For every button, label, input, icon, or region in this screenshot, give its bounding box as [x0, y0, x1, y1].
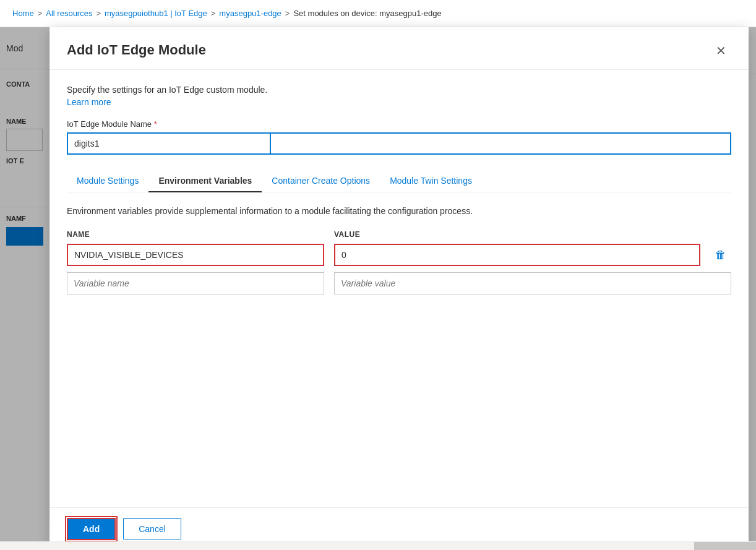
- dialog-body: Specify the settings for an IoT Edge cus…: [49, 70, 749, 507]
- module-name-label: IoT Edge Module Name *: [67, 119, 731, 129]
- breadcrumb-sep-2: >: [96, 9, 101, 18]
- breadcrumb-current: Set modules on device: myasegpu1-edge: [293, 9, 441, 18]
- env-vars-description: Environment variables provide supplement…: [67, 205, 731, 218]
- dialog-close-button[interactable]: ✕: [711, 42, 731, 59]
- env-name-column-header: NAME: [67, 230, 324, 239]
- dialog-title: Add IoT Edge Module: [67, 42, 206, 58]
- breadcrumb-sep-4: >: [285, 9, 290, 18]
- env-delete-button-1[interactable]: 🗑: [710, 246, 731, 264]
- breadcrumb-home[interactable]: Home: [12, 9, 34, 18]
- required-indicator: *: [154, 119, 157, 129]
- env-vars-tab-content: Environment variables provide supplement…: [67, 205, 731, 294]
- delete-icon: 🗑: [715, 249, 726, 262]
- env-value-input-1[interactable]: [334, 244, 700, 266]
- tab-container-create-options[interactable]: Container Create Options: [262, 170, 380, 192]
- env-name-input-1[interactable]: [67, 244, 324, 266]
- env-row-1: 🗑: [67, 244, 731, 266]
- tab-environment-variables[interactable]: Environment Variables: [148, 170, 262, 192]
- breadcrumb-sep-3: >: [211, 9, 216, 18]
- env-row-2: [67, 272, 731, 294]
- learn-more-link[interactable]: Learn more: [67, 97, 111, 107]
- scrollbar-thumb[interactable]: [694, 542, 756, 550]
- module-name-inputs: [67, 132, 731, 155]
- breadcrumb-iothub[interactable]: myasegpuiothub1 | IoT Edge: [105, 9, 207, 18]
- add-button[interactable]: Add: [67, 518, 116, 540]
- env-value-column-header: VALUE: [334, 230, 731, 239]
- cancel-button[interactable]: Cancel: [123, 518, 181, 539]
- tab-module-twin-settings[interactable]: Module Twin Settings: [380, 170, 482, 192]
- module-name-input[interactable]: [67, 132, 271, 155]
- dialog-header: Add IoT Edge Module ✕: [49, 27, 749, 70]
- breadcrumb: Home > All resources > myasegpuiothub1 |…: [0, 0, 756, 27]
- dialog-tabs: Module Settings Environment Variables Co…: [67, 170, 731, 192]
- add-module-dialog: Add IoT Edge Module ✕ Specify the settin…: [49, 27, 749, 550]
- breadcrumb-all-resources[interactable]: All resources: [46, 9, 92, 18]
- breadcrumb-sep-1: >: [38, 9, 43, 18]
- env-name-input-2[interactable]: [67, 272, 324, 294]
- env-value-input-2[interactable]: [334, 272, 731, 294]
- env-table-header: NAME VALUE: [67, 230, 731, 239]
- module-url-input[interactable]: [271, 132, 731, 155]
- dialog-description: Specify the settings for an IoT Edge cus…: [67, 85, 731, 95]
- tab-module-settings[interactable]: Module Settings: [67, 170, 148, 192]
- breadcrumb-device[interactable]: myasegpu1-edge: [219, 9, 281, 18]
- horizontal-scrollbar[interactable]: [0, 541, 756, 550]
